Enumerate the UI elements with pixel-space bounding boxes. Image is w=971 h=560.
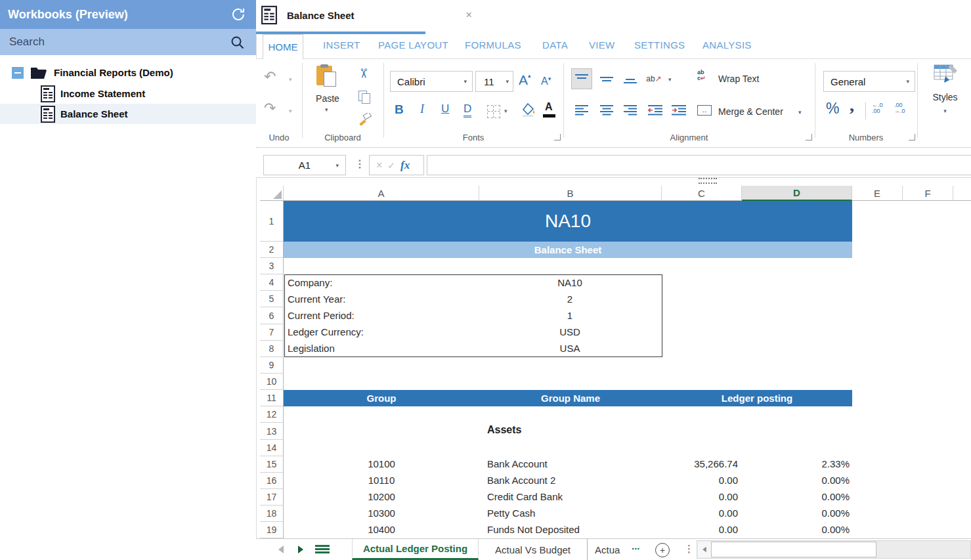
row-header[interactable]: 16 — [260, 473, 284, 489]
format-painter-icon[interactable] — [357, 113, 372, 126]
info-value[interactable]: 1 — [479, 310, 660, 321]
alignment-dialog-launcher-icon[interactable] — [806, 134, 812, 140]
row-header[interactable]: 4 — [260, 274, 284, 291]
decrease-indent-button[interactable] — [645, 100, 666, 121]
borders-dropdown-icon[interactable]: ▾ — [504, 108, 507, 114]
tree-folder-row[interactable]: Financial Reports (Demo) — [0, 62, 256, 83]
add-sheet-icon[interactable]: + — [655, 543, 670, 557]
copy-icon[interactable] — [358, 91, 372, 104]
sheet-tab-truncated[interactable]: Actua — [595, 539, 628, 560]
fonts-dialog-launcher-icon[interactable] — [554, 134, 561, 140]
ribbon-tab-page-layout[interactable]: PAGE LAYOUT — [378, 39, 448, 51]
ribbon-tab-insert[interactable]: INSERT — [323, 39, 360, 51]
refresh-icon[interactable] — [230, 7, 247, 22]
row-header[interactable]: 11 — [260, 390, 284, 406]
row-header[interactable]: 8 — [260, 341, 284, 357]
row-header[interactable]: 18 — [260, 506, 284, 522]
redo-dropdown-icon[interactable]: ▾ — [289, 108, 292, 114]
font-color-button[interactable]: A — [545, 101, 553, 113]
cut-icon[interactable]: ✂ — [356, 68, 372, 79]
info-value[interactable]: USD — [479, 326, 660, 337]
row-header[interactable]: 6 — [260, 307, 284, 324]
column-header-f[interactable]: F — [903, 186, 953, 201]
merge-center-label[interactable]: Merge & Center — [718, 106, 783, 117]
orientation-dropdown-icon[interactable]: ▾ — [668, 76, 672, 83]
search-icon[interactable] — [230, 35, 246, 50]
styles-button[interactable]: Styles ▾ — [919, 63, 971, 135]
table-header-row[interactable]: Group Group Name Ledger posting — [284, 390, 852, 406]
column-header-e[interactable]: E — [852, 186, 903, 201]
row-header[interactable]: 13 — [260, 423, 284, 440]
row-header[interactable]: 15 — [260, 456, 284, 473]
scroll-sheets-right-icon[interactable] — [298, 546, 303, 553]
column-header-partial[interactable] — [953, 186, 971, 201]
numbers-dialog-launcher-icon[interactable] — [909, 134, 915, 140]
formula-input[interactable] — [427, 155, 971, 175]
row-header[interactable]: 5 — [260, 291, 284, 307]
cell-banner-title[interactable]: NA10 — [284, 201, 852, 242]
name-box[interactable]: A1 ▾ — [263, 155, 346, 175]
decrease-decimal-button[interactable]: .00→.0 — [894, 102, 905, 114]
ribbon-tab-settings[interactable]: SETTINGS — [634, 39, 685, 51]
wrap-text-label[interactable]: Wrap Text — [718, 74, 760, 84]
cancel-icon[interactable]: × — [376, 160, 382, 171]
wrap-text-icon[interactable]: abc↵ — [697, 70, 713, 85]
table-row[interactable]: 10110 Bank Account 2 0.00 0.00% — [284, 473, 852, 489]
info-label[interactable]: Company: — [288, 277, 332, 288]
orientation-button[interactable]: ab↗ — [643, 68, 664, 89]
info-value[interactable]: USA — [479, 343, 660, 354]
table-row[interactable]: 10300 Petty Cash 0.00 0.00% — [284, 506, 852, 522]
align-top-button[interactable] — [571, 68, 592, 89]
fill-color-button[interactable] — [521, 102, 536, 117]
ribbon-tab-data[interactable]: DATA — [542, 39, 568, 51]
merge-center-icon[interactable]: ↔ — [697, 105, 712, 116]
align-left-button[interactable] — [571, 100, 592, 121]
table-row[interactable]: 10200 Credit Card Bank 0.00 0.00% — [284, 489, 852, 506]
sheet-overflow-ellipsis[interactable]: ... — [632, 540, 640, 551]
merge-center-dropdown-icon[interactable]: ▾ — [798, 109, 802, 116]
row-header[interactable]: 19 — [260, 522, 284, 538]
cell-banner-subtitle[interactable]: Balance Sheet — [284, 242, 852, 258]
align-right-button[interactable] — [620, 100, 641, 121]
collapse-minus-icon[interactable] — [12, 67, 24, 79]
document-tab[interactable]: Balance Sheet × — [261, 5, 472, 25]
search-input[interactable] — [8, 35, 227, 49]
increase-indent-button[interactable] — [668, 100, 689, 121]
row-header[interactable]: 9 — [260, 357, 284, 374]
row-header[interactable]: 2 — [260, 242, 284, 258]
row-header[interactable]: 10 — [260, 374, 284, 390]
enter-check-icon[interactable]: ✓ — [387, 160, 395, 171]
row-header[interactable]: 12 — [260, 406, 284, 423]
grow-font-button[interactable]: A▴ — [519, 72, 531, 88]
row-header[interactable]: 17 — [260, 489, 284, 506]
sheet-tab[interactable]: Actual Vs Budget — [479, 539, 588, 560]
ribbon-tab-analysis[interactable]: ANALYSIS — [702, 39, 752, 51]
ribbon-tab-home[interactable]: HOME — [263, 34, 303, 59]
sheet-bar-handle-icon[interactable]: ⋮ — [684, 543, 694, 555]
scrollbar-thumb[interactable] — [711, 542, 876, 557]
info-value[interactable]: NA10 — [479, 277, 660, 288]
select-all-corner[interactable] — [260, 186, 284, 201]
info-label[interactable]: Current Period: — [288, 310, 355, 321]
italic-button[interactable]: I — [420, 102, 424, 116]
column-header-c[interactable]: C — [662, 186, 742, 201]
tree-item-income-statement[interactable]: Income Statement — [0, 83, 256, 104]
tree-item-balance-sheet[interactable]: Balance Sheet — [0, 104, 256, 124]
align-middle-button[interactable] — [596, 68, 617, 89]
undo-icon[interactable]: ↶ — [264, 68, 276, 85]
double-underline-button[interactable]: D — [464, 102, 471, 118]
column-header-a[interactable]: A — [284, 186, 479, 201]
column-resize-handle[interactable] — [699, 178, 717, 184]
table-row[interactable]: 10400 Funds Not Deposited 0.00 0.00% — [284, 522, 852, 538]
sheet-tab-active[interactable]: Actual Ledger Posting — [352, 539, 479, 560]
ribbon-tab-formulas[interactable]: FORMULAS — [465, 39, 521, 51]
underline-button[interactable]: U — [441, 102, 449, 116]
increase-decimal-button[interactable]: ←.0.00 — [872, 102, 883, 114]
formula-bar-handle-icon[interactable]: ⋮ — [355, 158, 365, 170]
align-center-button[interactable] — [596, 100, 617, 121]
sheet-list-menu-icon[interactable] — [315, 544, 330, 555]
horizontal-scrollbar[interactable] — [697, 540, 971, 559]
scroll-sheets-left-icon[interactable] — [278, 546, 284, 553]
ribbon-tab-view[interactable]: VIEW — [589, 39, 615, 51]
font-name-select[interactable]: Calibri ▾ — [390, 71, 473, 92]
